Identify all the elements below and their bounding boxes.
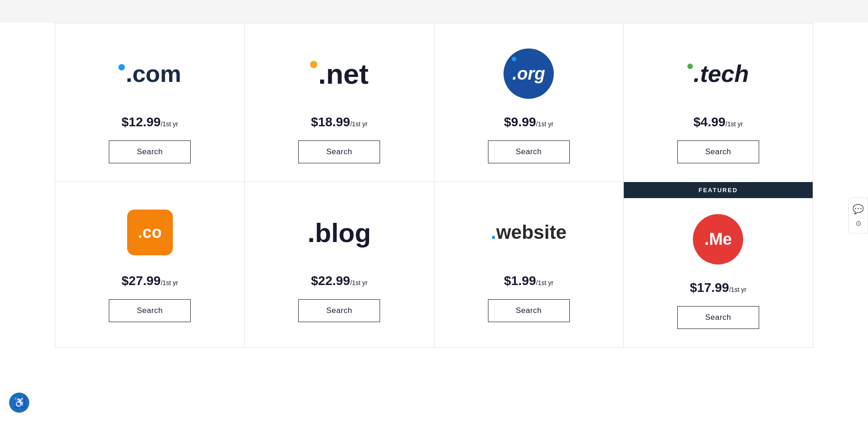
domain-card-website: .website $1.99/1st yr Search (434, 182, 624, 348)
com-price-area: $12.99/1st yr (122, 115, 178, 129)
org-search-button[interactable]: Search (488, 140, 570, 163)
co-logo-area: .co (127, 200, 173, 264)
domain-card-co: .co $27.99/1st yr Search (55, 182, 245, 348)
page-wrapper: .com $12.99/1st yr Search .net $18.99/1s… (0, 23, 868, 431)
org-price-main: $9.99 (504, 115, 536, 129)
co-price-main: $27.99 (122, 274, 161, 288)
org-price-period: /1st yr (536, 120, 553, 128)
website-search-button[interactable]: Search (488, 299, 570, 322)
com-price-main: $12.99 (122, 115, 161, 129)
net-logo-area: .net (310, 42, 369, 106)
org-dot (512, 57, 516, 61)
org-price-area: $9.99/1st yr (504, 115, 553, 129)
website-price-main: $1.99 (504, 274, 536, 288)
website-logo-area: .website (491, 200, 567, 264)
me-search-button[interactable]: Search (677, 306, 759, 329)
tech-price-area: $4.99/1st yr (693, 115, 743, 129)
tech-logo: .tech (687, 60, 749, 87)
net-price-period: /1st yr (350, 120, 368, 128)
co-logo: .co (127, 210, 173, 255)
me-logo: .Me (693, 214, 743, 264)
net-search-button[interactable]: Search (298, 140, 380, 163)
accessibility-icon: ♿ (13, 397, 26, 409)
co-text: .co (138, 223, 162, 242)
me-logo-area: .Me (693, 207, 743, 271)
net-price-area: $18.99/1st yr (311, 115, 368, 129)
net-price-main: $18.99 (311, 115, 350, 129)
accessibility-widget[interactable]: ♿ (9, 393, 29, 413)
com-price-period: /1st yr (161, 120, 178, 128)
website-logo: .website (491, 221, 567, 243)
me-price-period: /1st yr (729, 286, 746, 293)
net-logo: .net (310, 58, 369, 90)
me-logo-dot: . (704, 230, 709, 248)
com-logo-area: .com (118, 42, 181, 106)
net-dot (310, 61, 317, 68)
me-price-main: $17.99 (690, 280, 729, 295)
tech-search-button[interactable]: Search (677, 140, 759, 163)
domain-card-tech: .tech $4.99/1st yr Search (624, 23, 813, 182)
co-price-area: $27.99/1st yr (122, 274, 178, 288)
domain-card-com: .com $12.99/1st yr Search (55, 23, 245, 182)
domain-grid: .com $12.99/1st yr Search .net $18.99/1s… (55, 23, 813, 348)
me-text: .Me (704, 230, 732, 249)
website-dot: . (491, 221, 496, 243)
org-logo: .org (504, 48, 554, 99)
website-price-area: $1.99/1st yr (504, 274, 553, 288)
com-dot (118, 64, 125, 70)
blog-search-button[interactable]: Search (298, 299, 380, 322)
domain-card-blog: .blog $22.99/1st yr Search (245, 182, 434, 348)
org-logo-area: .org (504, 42, 554, 106)
domain-card-org: .org $9.99/1st yr Search (434, 23, 624, 182)
side-chat-widget: 💬 ⚙ (848, 198, 868, 234)
tech-price-main: $4.99 (693, 115, 725, 129)
org-text: .org (512, 64, 545, 84)
co-search-button[interactable]: Search (109, 299, 191, 322)
domain-card-net: .net $18.99/1st yr Search (245, 23, 434, 182)
tech-dot (687, 64, 693, 69)
settings-icon[interactable]: ⚙ (855, 219, 862, 228)
blog-logo-area: .blog (308, 200, 371, 264)
website-price-period: /1st yr (536, 279, 553, 286)
blog-logo: .blog (308, 217, 371, 248)
me-price-area: $17.99/1st yr (690, 280, 746, 295)
com-logo: .com (118, 60, 181, 87)
blog-price-main: $22.99 (311, 274, 350, 288)
co-price-period: /1st yr (161, 279, 178, 286)
com-search-button[interactable]: Search (109, 140, 191, 163)
chat-icon[interactable]: 💬 (852, 204, 864, 215)
domain-card-me: FEATURED .Me $17.99/1st yr Search (624, 182, 813, 348)
featured-banner: FEATURED (624, 182, 813, 198)
tech-logo-area: .tech (687, 42, 749, 106)
tech-price-period: /1st yr (725, 120, 743, 128)
blog-price-area: $22.99/1st yr (311, 274, 368, 288)
blog-price-period: /1st yr (350, 279, 368, 286)
